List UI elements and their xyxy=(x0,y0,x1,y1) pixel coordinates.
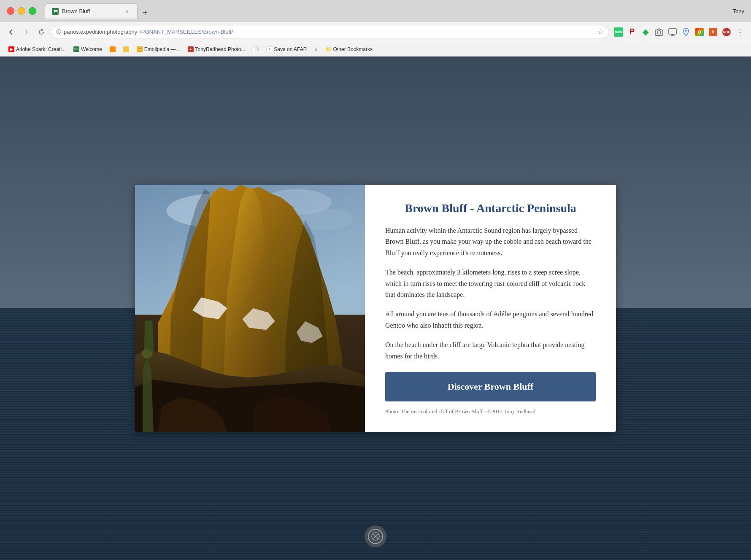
forward-button[interactable] xyxy=(20,26,32,38)
lock-icon: ⓘ xyxy=(56,28,61,35)
fullscreen-window-button[interactable] xyxy=(29,7,36,15)
scroll-indicator xyxy=(365,525,386,547)
bookmark-sp-welcome[interactable]: Sp Welcome xyxy=(70,45,105,54)
adblock-icon[interactable]: ABP xyxy=(721,26,732,38)
title-bar: 🗺 Brown Bluff × Tony xyxy=(0,0,751,22)
paragraph-3: All around you are tens of thousands of … xyxy=(385,309,596,331)
bookmark-more[interactable]: » xyxy=(311,45,321,54)
history-icon[interactable]: h xyxy=(707,26,719,38)
content-card: Brown Bluff - Antarctic Peninsula Human … xyxy=(135,185,616,432)
location-icon[interactable] xyxy=(680,26,692,38)
bookmark-doc[interactable]: 📄 xyxy=(249,45,262,54)
monitor-icon[interactable] xyxy=(667,26,678,38)
tab-title: Brown Bluff xyxy=(62,8,120,14)
card-content: Brown Bluff - Antarctic Peninsula Human … xyxy=(365,185,616,432)
toolbar-icons: new P ◆ O h ABP xyxy=(613,26,746,38)
camera-icon[interactable] xyxy=(653,26,665,38)
active-tab[interactable]: 🗺 Brown Bluff × xyxy=(45,3,138,19)
page-background: Brown Bluff - Antarctic Peninsula Human … xyxy=(0,57,751,560)
bookmark-save-afar[interactable]: + Save on AFAR xyxy=(263,45,310,54)
scroll-indicator-icon xyxy=(368,529,383,544)
bookmarks-bar: ▶ Adobe Spark: Creati... Sp Welcome 😊 Em… xyxy=(0,42,751,57)
feedly-icon[interactable]: ◆ xyxy=(640,26,651,38)
svg-point-5 xyxy=(685,30,687,32)
paragraph-1: Human activity within the Antarctic Soun… xyxy=(385,225,596,258)
back-button[interactable] xyxy=(5,26,17,38)
close-window-button[interactable] xyxy=(7,7,14,15)
bookmark-icon2[interactable] xyxy=(120,45,132,54)
more-options-icon[interactable]: ⋮ xyxy=(734,26,746,38)
card-body: Human activity within the Antarctic Soun… xyxy=(385,225,596,362)
minimize-window-button[interactable] xyxy=(18,7,25,15)
address-path: /PONANT_MARSEILLES/Brown-Bluff/ xyxy=(140,29,233,35)
new-icon[interactable]: new xyxy=(613,26,624,38)
tabs-area: 🗺 Brown Bluff × xyxy=(45,3,728,19)
bookmark-emojipedia[interactable]: 😊 Emojipedia —... xyxy=(133,45,184,54)
refresh-button[interactable] xyxy=(35,26,47,38)
cliff-image xyxy=(135,185,365,432)
tab-favicon: 🗺 xyxy=(52,8,59,15)
svg-rect-4 xyxy=(669,29,676,34)
svg-rect-1 xyxy=(145,11,146,15)
discover-button[interactable]: Discover Brown Bluff xyxy=(385,372,596,401)
paragraph-4: On the beach under the cliff are large V… xyxy=(385,339,596,362)
svg-point-3 xyxy=(657,31,661,34)
office-icon[interactable]: O xyxy=(694,26,705,38)
pinterest-icon[interactable]: P xyxy=(626,26,638,38)
bookmark-adobe-spark[interactable]: ▶ Adobe Spark: Creati... xyxy=(5,45,69,54)
address-protocol: panos.expedition.photography xyxy=(64,29,137,35)
address-bar[interactable]: ⓘ panos.expedition.photography /PONANT_M… xyxy=(51,26,609,38)
paragraph-2: The beach, approximately 3 kilometers lo… xyxy=(385,267,596,300)
photo-credit: Photo: The rust-colored cliff of Brown B… xyxy=(385,408,596,415)
card-photo xyxy=(135,185,365,432)
tab-close-button[interactable]: × xyxy=(124,8,130,15)
bookmark-star-icon[interactable]: ☆ xyxy=(597,27,604,36)
bookmark-tonyredhead[interactable]: ● TonyRedhead.Photo... xyxy=(184,45,249,54)
card-title: Brown Bluff - Antarctic Peninsula xyxy=(385,202,596,215)
bookmark-icon1[interactable] xyxy=(106,45,119,54)
user-name: Tony xyxy=(733,8,744,14)
navigation-bar: ⓘ panos.expedition.photography /PONANT_M… xyxy=(0,22,751,42)
bookmark-other-folder[interactable]: 📁 Other Bookmarks xyxy=(322,45,376,54)
new-tab-button[interactable] xyxy=(139,7,151,19)
traffic-lights xyxy=(7,7,36,15)
